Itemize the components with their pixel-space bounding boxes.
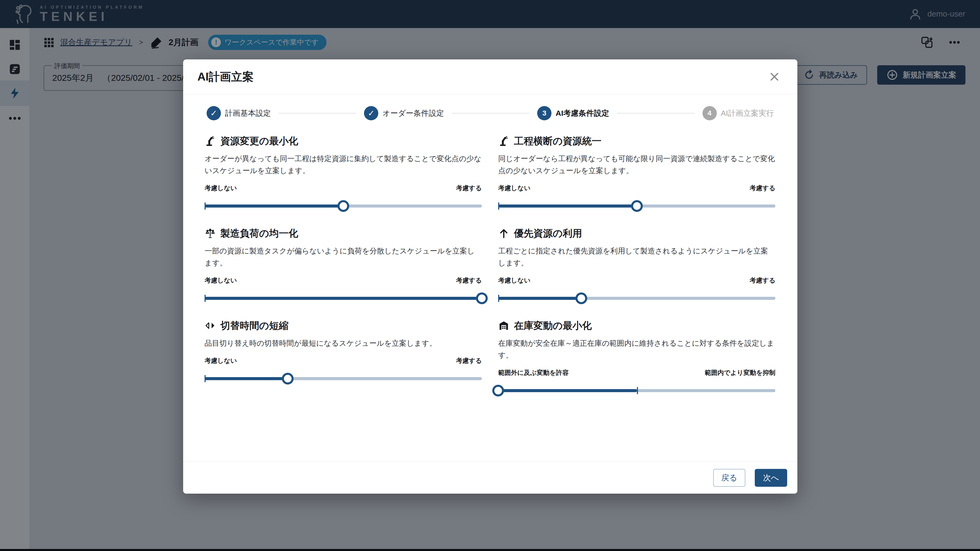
robot-arm-icon <box>205 136 216 147</box>
slider-inventory-variation[interactable] <box>498 384 775 397</box>
switch-triangles-icon <box>205 320 216 331</box>
slider-thumb[interactable] <box>476 292 488 304</box>
section-priority-resources: 優先資源の利用 工程ごとに指定された優先資源を利用して製造されるようにスケジュー… <box>498 227 775 305</box>
step-run-planning: 4 AI計画立案実行 <box>703 106 774 120</box>
slider-max-label: 範囲内でより変動を抑制 <box>705 368 775 377</box>
dialog-footer: 戻る 次へ <box>183 462 797 494</box>
next-button[interactable]: 次へ <box>755 469 787 487</box>
slider-thumb[interactable] <box>282 373 294 384</box>
slider-max-label: 考慮する <box>750 184 775 192</box>
slider-min-label: 考慮しない <box>205 356 237 365</box>
section-balance-load: 製造負荷の均一化 一部の資源に製造タスクが偏らないように負荷を分散したスケジュー… <box>205 227 482 305</box>
step-connector <box>278 113 356 113</box>
ai-planning-dialog: AI計画立案 ✓ 計画基本設定 ✓ オーダー条件設定 3 AI考慮条件設定 <box>183 59 797 494</box>
section-title: 工程横断の資源統一 <box>514 135 601 148</box>
step-label: オーダー条件設定 <box>382 108 444 119</box>
section-minimize-resource-change: 資源変更の最小化 オーダーが異なっても同一工程は特定資源に集約して製造することで… <box>205 135 482 212</box>
step-label: AI考慮条件設定 <box>555 108 609 119</box>
section-desc: 工程ごとに指定された優先資源を利用して製造されるようにスケジュールを立案します。 <box>498 245 775 269</box>
slider-min-label: 範囲外に及ぶ変動を許容 <box>498 368 569 377</box>
arrow-up-icon <box>498 228 509 239</box>
back-button[interactable]: 戻る <box>713 469 746 487</box>
step-ai-conditions: 3 AI考慮条件設定 <box>537 106 609 120</box>
dialog-title: AI計画立案 <box>197 69 253 84</box>
app-root: AI OPTIMIZATION PLATFORM TENKEI demo-use… <box>0 0 980 551</box>
slider-reduce-changeover[interactable] <box>205 373 482 385</box>
step-label: 計画基本設定 <box>225 108 271 119</box>
balance-scale-icon <box>205 228 216 239</box>
slider-thumb[interactable] <box>337 200 349 212</box>
section-desc: 品目切り替え時の切替時間が最短になるスケジュールを立案します。 <box>205 337 482 349</box>
step-connector <box>452 113 530 113</box>
step-connector <box>617 113 695 113</box>
section-desc: 同じオーダーなら工程が異なっても可能な限り同一資源で連続製造することで変化点の少… <box>498 153 775 177</box>
slider-max-label: 考慮する <box>456 276 482 284</box>
section-desc: 在庫変動が安全在庫～適正在庫の範囲内に維持されることに対する条件を設定します。 <box>498 337 775 361</box>
slider-balance-load[interactable] <box>205 292 482 305</box>
slider-minimize-resource-change[interactable] <box>205 200 482 212</box>
slider-max-label: 考慮する <box>750 276 775 284</box>
step-label: AI計画立案実行 <box>721 108 774 119</box>
slider-thumb[interactable] <box>631 200 643 212</box>
section-title: 優先資源の利用 <box>514 227 582 240</box>
step-plan-basic: ✓ 計画基本設定 <box>207 106 271 120</box>
slider-priority-resources[interactable] <box>498 292 775 305</box>
section-desc: 一部の資源に製造タスクが偏らないように負荷を分散したスケジュールを立案します。 <box>205 245 482 269</box>
close-button[interactable] <box>768 71 781 83</box>
slider-min-label: 考慮しない <box>498 276 531 284</box>
robot-arm-icon <box>498 136 509 147</box>
slider-min-label: 考慮しない <box>205 184 237 192</box>
slider-max-label: 考慮する <box>456 356 482 365</box>
slider-thumb[interactable] <box>492 385 504 397</box>
section-reduce-changeover: 切替時間の短縮 品目切り替え時の切替時間が最短になるスケジュールを立案します。 … <box>205 319 482 397</box>
step-order-conditions: ✓ オーダー条件設定 <box>364 106 444 120</box>
slider-unify-resources[interactable] <box>498 200 775 212</box>
section-unify-resources-across-processes: 工程横断の資源統一 同じオーダーなら工程が異なっても可能な限り同一資源で連続製造… <box>498 135 775 212</box>
slider-thumb[interactable] <box>576 292 587 304</box>
condition-sections: 資源変更の最小化 オーダーが異なっても同一工程は特定資源に集約して製造することで… <box>183 120 797 397</box>
warehouse-icon <box>498 320 509 331</box>
stepper: ✓ 計画基本設定 ✓ オーダー条件設定 3 AI考慮条件設定 4 AI計画立案実… <box>183 106 797 120</box>
slider-min-label: 考慮しない <box>205 276 237 284</box>
section-title: 在庫変動の最小化 <box>514 319 592 332</box>
section-minimize-inventory-variation: 在庫変動の最小化 在庫変動が安全在庫～適正在庫の範囲内に維持されることに対する条… <box>498 319 775 397</box>
section-desc: オーダーが異なっても同一工程は特定資源に集約して製造することで変化点の少ないスケ… <box>205 153 482 177</box>
close-icon <box>769 71 780 83</box>
section-title: 資源変更の最小化 <box>220 135 298 148</box>
section-title: 製造負荷の均一化 <box>220 227 298 240</box>
section-title: 切替時間の短縮 <box>220 319 288 332</box>
slider-max-label: 考慮する <box>456 184 482 192</box>
slider-min-label: 考慮しない <box>498 184 531 192</box>
